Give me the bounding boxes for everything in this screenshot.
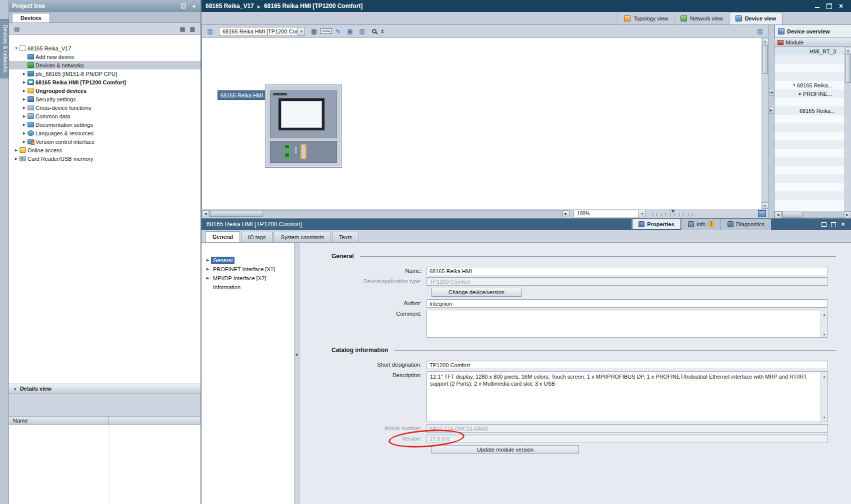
breadcrumb-device[interactable]: 68165 Reika HMI [TP1200 Comfort] (264, 2, 362, 9)
device-select-dropdown[interactable]: 68165 Reika HMI [TP1200 Cor (219, 27, 305, 36)
zoom-select[interactable]: 100% (574, 210, 646, 217)
fit-to-window-icon[interactable] (758, 210, 766, 217)
tab-properties[interactable]: Properties (632, 219, 680, 230)
update-module-version-button[interactable]: Update module version (432, 445, 579, 454)
ethernet-port2-icon[interactable] (284, 152, 290, 158)
pin-panel-icon[interactable] (180, 2, 188, 9)
collapse-right-icon[interactable] (769, 107, 774, 114)
expand-arrow-icon[interactable] (21, 96, 28, 102)
scroll-left-icon[interactable]: ◀ (202, 210, 209, 217)
table-row[interactable] (774, 123, 844, 132)
table-row[interactable]: HMI_RT_3 (774, 47, 844, 55)
float-panel-icon[interactable] (821, 222, 827, 227)
edit-mode-icon[interactable] (333, 26, 343, 36)
devices-networks-vertical-tab[interactable]: Devices & networks (0, 19, 9, 78)
table-row[interactable]: PROFINE... (774, 89, 844, 98)
expand-arrow-icon[interactable] (204, 267, 211, 272)
canvas-horizontal-scrollbar[interactable]: ◀ ▶ (202, 209, 570, 218)
box-scrollbar[interactable] (820, 372, 828, 422)
tab-device-view[interactable]: Device view (729, 12, 782, 24)
module-column-header[interactable]: Module (774, 38, 851, 47)
subtab-general[interactable]: General (206, 231, 240, 242)
expand-arrow-icon[interactable] (204, 276, 211, 281)
zoom-options-icon[interactable]: ± (381, 28, 384, 34)
tree-item-card-reader[interactable]: Card Reader/USB memory (9, 154, 200, 163)
card-slot-icon[interactable] (300, 144, 306, 159)
box-scrollbar[interactable] (820, 310, 828, 337)
scrollbar-thumb[interactable] (210, 211, 262, 217)
device-data-icon[interactable] (205, 26, 215, 36)
scrollbar-thumb[interactable] (762, 45, 768, 74)
tab-info[interactable]: Info (681, 219, 720, 230)
scroll-right-icon[interactable]: ▶ (844, 211, 851, 218)
tree-item-cross-device-functions[interactable]: Cross-device functions (9, 103, 200, 112)
details-column-name[interactable]: Name (9, 417, 109, 425)
tree-item-version-control[interactable]: Version control interface (9, 137, 200, 146)
zoom-slider[interactable] (652, 211, 696, 216)
expand-arrow-icon[interactable] (798, 91, 803, 96)
tab-network-view[interactable]: Network view (674, 12, 728, 24)
tree-item-hmi[interactable]: 68165 Reika HMI [TP1200 Comfort] (9, 78, 200, 86)
subtab-texts[interactable]: Texts (332, 232, 359, 242)
expand-arrow-icon[interactable] (21, 105, 28, 110)
table-row[interactable] (774, 140, 844, 149)
table-row[interactable] (774, 191, 844, 200)
expand-arrow-icon[interactable] (21, 122, 28, 127)
expand-arrow-icon[interactable] (204, 258, 211, 263)
scroll-down-icon[interactable]: ▼ (762, 202, 768, 209)
tree-item-documentation-settings[interactable]: Documentation settings (9, 120, 200, 129)
scroll-up-icon[interactable] (823, 372, 826, 380)
table-row[interactable]: 68165 Reika... (774, 106, 844, 115)
expand-arrow-icon[interactable] (21, 71, 28, 76)
collapse-inspector-icon[interactable] (830, 222, 836, 227)
expand-arrow-icon[interactable] (21, 130, 28, 136)
tab-diagnostics[interactable]: Diagnostics (720, 219, 771, 230)
split-view-icon[interactable] (357, 26, 367, 36)
scroll-down-icon[interactable] (823, 331, 826, 337)
close-inspector-icon[interactable] (840, 222, 846, 227)
name-input[interactable] (426, 267, 828, 275)
overview-vertical-scrollbar[interactable]: ▲ (844, 47, 851, 211)
scroll-right-icon[interactable]: ▶ (562, 210, 570, 217)
page-preview-icon[interactable] (755, 26, 765, 36)
collapse-arrow-icon[interactable] (792, 82, 797, 88)
snap-grid-icon[interactable] (345, 26, 355, 36)
expand-arrow-icon[interactable] (21, 139, 28, 144)
canvas-vertical-scrollbar[interactable]: ▲ ▼ (762, 38, 768, 209)
column-layout-icon[interactable] (178, 24, 188, 33)
table-row[interactable] (774, 115, 844, 123)
zoom-icon[interactable] (369, 26, 379, 36)
table-row[interactable] (774, 64, 844, 72)
subtab-system-constants[interactable]: System constants (274, 232, 331, 242)
table-row[interactable] (774, 166, 844, 174)
details-view-header[interactable]: Details view (9, 384, 200, 394)
scroll-left-icon[interactable]: ◀ (774, 211, 782, 218)
scrollbar-thumb[interactable] (782, 212, 802, 218)
author-input[interactable] (426, 299, 828, 308)
zoom-dropdown-arrow-icon[interactable] (638, 210, 646, 218)
table-row[interactable] (774, 98, 844, 106)
device-overview-title[interactable]: Device overview (774, 25, 851, 38)
minimize-icon[interactable] (811, 1, 823, 10)
collapse-arrow-icon[interactable] (13, 45, 20, 51)
tree-item-project[interactable]: 68165 Reika_V17 (9, 44, 200, 52)
nav-mpi-dp-interface[interactable]: MPI/DP Interface [X2] (202, 274, 294, 283)
expand-arrow-icon[interactable] (21, 113, 28, 119)
scroll-up-icon[interactable]: ▲ (845, 47, 851, 53)
tree-item-plc[interactable]: plc_68165 [IM151-8 PN/DP CPU] (9, 69, 200, 78)
change-device-version-button[interactable]: Change device/version (432, 288, 522, 297)
short-designation-input[interactable] (426, 361, 828, 369)
maximize-icon[interactable] (823, 1, 835, 10)
collapse-panel-icon[interactable] (190, 2, 198, 9)
tab-topology-view[interactable]: Topology view (618, 12, 674, 24)
filter-view-icon[interactable] (12, 24, 22, 33)
table-row[interactable] (774, 174, 844, 183)
show-grid-icon[interactable] (309, 26, 319, 36)
ethernet-port1-icon[interactable] (284, 144, 290, 149)
expand-arrow-icon[interactable] (21, 88, 28, 93)
scroll-down-icon[interactable] (823, 413, 826, 421)
tree-item-languages-resources[interactable]: Languages & resources (9, 129, 200, 137)
table-row[interactable] (774, 200, 844, 208)
scroll-up-icon[interactable] (823, 311, 826, 317)
dropdown-arrow-icon[interactable] (298, 27, 304, 35)
